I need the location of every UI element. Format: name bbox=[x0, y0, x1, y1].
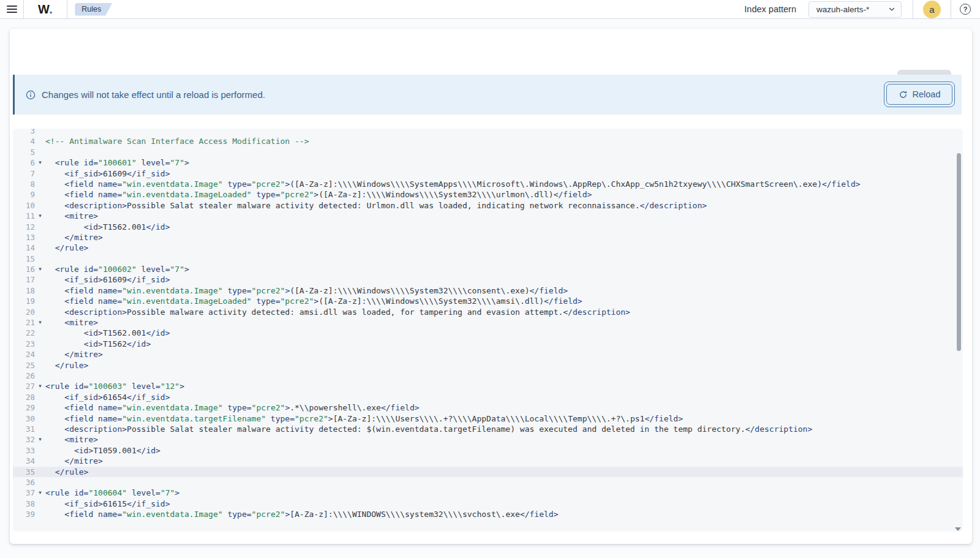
line-content: <description>Possible Salat stealer malw… bbox=[45, 200, 707, 211]
line-number: 26 bbox=[13, 371, 35, 381]
line-number: 34 bbox=[13, 456, 35, 466]
line-number: 37 bbox=[13, 488, 35, 498]
fold-spacer bbox=[35, 136, 45, 146]
line-number: 9 bbox=[13, 189, 35, 200]
code-line[interactable]: 35 </rule> bbox=[13, 467, 963, 477]
line-number: 29 bbox=[13, 402, 35, 413]
code-line[interactable]: 34 </mitre> bbox=[13, 456, 963, 466]
code-line[interactable]: 7 <if_sid>61609</if_sid> bbox=[13, 168, 963, 179]
fold-spacer bbox=[35, 328, 45, 338]
reload-button[interactable]: Reload bbox=[886, 84, 952, 105]
line-number: 7 bbox=[13, 168, 35, 179]
code-line[interactable]: 21▾ <mitre> bbox=[13, 317, 963, 328]
line-number: 3 bbox=[13, 129, 35, 136]
code-line[interactable]: 23 <id>T1562</id> bbox=[13, 339, 963, 349]
code-line[interactable]: 30 <field name="win.eventdata.targetFile… bbox=[13, 413, 963, 424]
code-line[interactable]: 18 <field name="win.eventdata.Image" typ… bbox=[13, 285, 963, 296]
code-line[interactable]: 13 </mitre> bbox=[13, 232, 963, 243]
code-line[interactable]: 8 <field name="win.eventdata.Image" type… bbox=[13, 179, 963, 189]
line-number: 13 bbox=[13, 232, 35, 243]
line-number: 36 bbox=[13, 477, 35, 488]
code-line[interactable]: 6▾ <rule id="100601" level="7"> bbox=[13, 157, 963, 168]
code-line[interactable]: 25 </rule> bbox=[13, 360, 963, 371]
fold-spacer bbox=[35, 189, 45, 200]
fold-toggle-icon[interactable]: ▾ bbox=[35, 488, 45, 498]
line-number: 33 bbox=[13, 445, 35, 456]
fold-spacer bbox=[35, 509, 45, 519]
scroll-down-arrow-icon[interactable] bbox=[955, 527, 961, 531]
code-line[interactable]: 31 <description>Possible Salat stealer m… bbox=[13, 424, 963, 434]
line-content: <id>T1562.001</id> bbox=[45, 328, 170, 338]
editor-vertical-scrollbar[interactable] bbox=[957, 153, 961, 351]
fold-spacer bbox=[35, 392, 45, 402]
line-number: 27 bbox=[13, 381, 35, 391]
code-line[interactable]: 38 <if_sid>61615</if_sid> bbox=[13, 499, 963, 509]
line-content: <mitre> bbox=[45, 317, 98, 328]
fold-toggle-icon[interactable]: ▾ bbox=[35, 317, 45, 328]
code-line[interactable]: 4<!-- Antimalware Scan Interface Access … bbox=[13, 136, 963, 146]
code-line[interactable]: 24 </mitre> bbox=[13, 349, 963, 360]
line-number: 39 bbox=[13, 509, 35, 519]
code-line[interactable]: 10 <description>Possible Salat stealer m… bbox=[13, 200, 963, 211]
line-content: <field name="win.eventdata.targetFilenam… bbox=[45, 413, 683, 424]
fold-toggle-icon[interactable]: ▾ bbox=[35, 434, 45, 445]
reload-button-focus-ring: Reload bbox=[884, 81, 955, 107]
line-number: 23 bbox=[13, 339, 35, 349]
code-line[interactable]: 39 <field name="win.eventdata.Image" typ… bbox=[13, 509, 963, 519]
code-line[interactable]: 27▾<rule id="100603" level="12"> bbox=[13, 381, 963, 391]
code-line[interactable]: 16▾ <rule id="100602" level="7"> bbox=[13, 264, 963, 274]
line-number: 19 bbox=[13, 296, 35, 306]
code-line[interactable]: 5 bbox=[13, 147, 963, 157]
line-content: <id>T1562.001</id> bbox=[45, 222, 170, 232]
code-line[interactable]: 3 bbox=[13, 129, 963, 136]
fold-spacer bbox=[35, 222, 45, 232]
fold-spacer bbox=[35, 339, 45, 349]
line-number: 17 bbox=[13, 274, 35, 285]
index-pattern-label: Index pattern bbox=[744, 4, 796, 14]
line-number: 32 bbox=[13, 434, 35, 445]
code-line[interactable]: 20 <description>Possible malware activit… bbox=[13, 307, 963, 317]
fold-spacer bbox=[35, 445, 45, 456]
code-line[interactable]: 32▾ <mitre> bbox=[13, 434, 963, 445]
fold-toggle-icon[interactable]: ▾ bbox=[35, 211, 45, 221]
line-content: <field name="win.eventdata.ImageLoaded" … bbox=[45, 189, 592, 200]
code-line[interactable]: 33 <id>T1059.001</id> bbox=[13, 445, 963, 456]
code-line[interactable]: 9 <field name="win.eventdata.ImageLoaded… bbox=[13, 189, 963, 200]
menu-hamburger-icon[interactable] bbox=[0, 0, 23, 19]
line-content: <field name="win.eventdata.Image" type="… bbox=[45, 509, 559, 519]
code-line[interactable]: 15 bbox=[13, 254, 963, 264]
line-content: </rule> bbox=[45, 360, 88, 371]
code-line[interactable]: 19 <field name="win.eventdata.ImageLoade… bbox=[13, 296, 963, 306]
help-icon[interactable]: ? bbox=[960, 4, 971, 15]
refresh-icon bbox=[899, 90, 908, 99]
code-line[interactable]: 22 <id>T1562.001</id> bbox=[13, 328, 963, 338]
line-number: 22 bbox=[13, 328, 35, 338]
fold-spacer bbox=[35, 274, 45, 285]
index-pattern-select[interactable]: wazuh-alerts-* bbox=[809, 1, 902, 18]
line-content: <field name="win.eventdata.ImageLoaded" … bbox=[45, 296, 582, 306]
fold-toggle-icon[interactable]: ▾ bbox=[35, 381, 45, 391]
fold-spacer bbox=[35, 296, 45, 306]
fold-toggle-icon[interactable]: ▾ bbox=[35, 157, 45, 168]
code-line[interactable]: 28 <if_sid>61654</if_sid> bbox=[13, 392, 963, 402]
code-line[interactable]: 17 <if_sid>61609</if_sid> bbox=[13, 274, 963, 285]
xml-code-editor[interactable]: 34<!-- Antimalware Scan Interface Access… bbox=[13, 129, 963, 532]
fold-toggle-icon[interactable]: ▾ bbox=[35, 264, 45, 274]
code-line[interactable]: 29 <field name="win.eventdata.Image" typ… bbox=[13, 402, 963, 413]
line-content: </mitre> bbox=[45, 232, 103, 243]
code-line[interactable]: 26 bbox=[13, 371, 963, 381]
user-avatar[interactable]: a bbox=[923, 1, 941, 18]
fold-spacer bbox=[35, 349, 45, 360]
code-line[interactable]: 11▾ <mitre> bbox=[13, 211, 963, 221]
breadcrumb-rules-tab[interactable]: Rules bbox=[75, 3, 112, 16]
line-number: 12 bbox=[13, 222, 35, 232]
code-line[interactable]: 37▾<rule id="100604" level="7"> bbox=[13, 488, 963, 498]
line-content: </mitre> bbox=[45, 349, 103, 360]
wazuh-logo[interactable]: W. bbox=[24, 2, 67, 17]
line-content: </mitre> bbox=[45, 456, 103, 466]
fold-spacer bbox=[35, 477, 45, 488]
code-line[interactable]: 36 bbox=[13, 477, 963, 488]
code-line[interactable]: 14 </rule> bbox=[13, 243, 963, 253]
line-number: 11 bbox=[13, 211, 35, 221]
code-line[interactable]: 12 <id>T1562.001</id> bbox=[13, 222, 963, 232]
